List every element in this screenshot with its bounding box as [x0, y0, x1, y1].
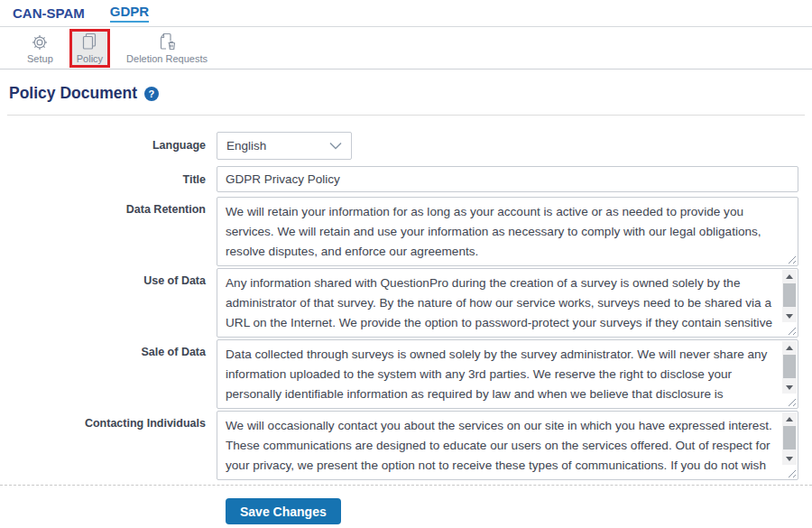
scrollbar-down-arrow[interactable]: [782, 452, 797, 465]
scrollbar-up-arrow[interactable]: [782, 412, 797, 425]
page-header: Policy Document ?: [0, 69, 812, 115]
language-select-value: English: [226, 139, 266, 153]
use-of-data-text: Any information shared with QuestionPro …: [217, 269, 798, 337]
use-of-data-label: Use of Data: [0, 268, 217, 338]
toolbar-item-label: Setup: [27, 53, 53, 64]
page-title: Policy Document: [9, 84, 137, 103]
scrollbar-down-arrow[interactable]: [782, 381, 797, 394]
section-divider: [0, 485, 812, 486]
document-trash-icon: [157, 32, 177, 51]
sale-of-data-textarea[interactable]: Data collected through surveys is owned …: [217, 339, 798, 409]
scrollbar-thumb[interactable]: [783, 355, 796, 378]
scrollbar[interactable]: [782, 341, 797, 394]
contacting-individuals-label: Contacting Individuals: [0, 411, 217, 480]
tabs-bar: CAN-SPAM GDPR: [0, 0, 812, 27]
contacting-individuals-textarea[interactable]: We will occasionally contact you about t…: [217, 411, 798, 480]
title-label: Title: [0, 166, 217, 192]
scrollbar-up-arrow[interactable]: [782, 341, 797, 354]
resize-handle[interactable]: [783, 252, 797, 264]
toolbar-item-setup[interactable]: Setup: [20, 29, 60, 68]
contacting-individuals-text: We will occasionally contact you about t…: [217, 412, 798, 479]
resize-handle[interactable]: [783, 394, 797, 407]
resize-handle[interactable]: [783, 323, 797, 336]
sale-of-data-text: Data collected through surveys is owned …: [217, 340, 798, 408]
toolbar-item-label: Deletion Requests: [126, 53, 208, 64]
policy-document-form: Language English Title Data Retention We…: [0, 116, 812, 524]
scrollbar-thumb[interactable]: [783, 283, 796, 307]
chevron-down-icon: [329, 139, 342, 153]
toolbar-item-deletion-requests[interactable]: Deletion Requests: [119, 29, 215, 68]
toolbar-item-policy[interactable]: Policy: [69, 29, 110, 68]
data-retention-label: Data Retention: [0, 197, 217, 266]
gear-icon: [31, 33, 49, 51]
gdpr-toolbar: Setup Policy Deletion Requests: [0, 27, 812, 69]
scrollbar-down-arrow[interactable]: [782, 310, 797, 322]
tab-can-spam[interactable]: CAN-SPAM: [13, 5, 85, 22]
help-icon[interactable]: ?: [144, 87, 159, 101]
scrollbar[interactable]: [782, 270, 797, 322]
scrollbar-up-arrow[interactable]: [782, 270, 797, 283]
sale-of-data-label: Sale of Data: [0, 339, 217, 409]
save-changes-button[interactable]: Save Changes: [226, 498, 341, 524]
data-retention-text: We will retain your information for as l…: [217, 198, 798, 265]
tab-gdpr[interactable]: GDPR: [110, 4, 149, 23]
language-select[interactable]: English: [217, 132, 352, 160]
resize-handle[interactable]: [783, 466, 797, 478]
use-of-data-textarea[interactable]: Any information shared with QuestionPro …: [217, 268, 798, 338]
data-retention-textarea[interactable]: We will retain your information for as l…: [217, 197, 798, 266]
language-label: Language: [0, 132, 217, 160]
title-input[interactable]: [217, 166, 798, 192]
scrollbar-thumb[interactable]: [783, 426, 796, 449]
scrollbar[interactable]: [782, 412, 797, 465]
document-pages-icon: [80, 32, 98, 51]
toolbar-item-label: Policy: [77, 53, 103, 64]
